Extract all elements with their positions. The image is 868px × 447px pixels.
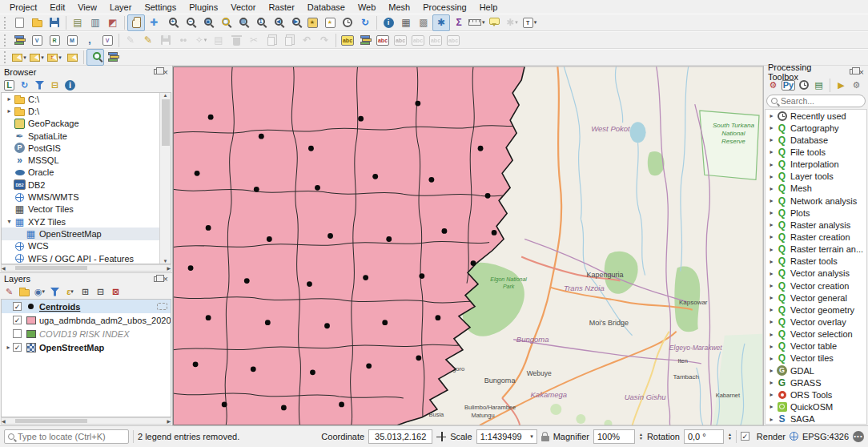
- browser-item-postgis[interactable]: PPostGIS: [2, 142, 171, 154]
- zoom-native-button[interactable]: 1: [251, 14, 268, 31]
- browser-item-wcs[interactable]: WCS: [2, 240, 171, 252]
- add-delimited-text-layer-button[interactable]: ,: [81, 32, 98, 49]
- magnifier-value[interactable]: 100%: [593, 429, 635, 444]
- browser-item-xyz-tiles[interactable]: ▾▦XYZ Tiles: [2, 215, 171, 228]
- scrollbar-thumb[interactable]: [162, 99, 170, 146]
- deselect-features-button[interactable]: ✕▾: [46, 49, 63, 66]
- browser-item-oracle[interactable]: Oracle: [2, 167, 171, 179]
- menu-edit[interactable]: Edit: [43, 2, 71, 13]
- new-project-button[interactable]: [10, 14, 28, 31]
- processing-options-button[interactable]: ⚙: [850, 79, 863, 91]
- processing-group-vector-general[interactable]: ▸QVector general: [766, 292, 866, 304]
- menu-project[interactable]: Project: [3, 2, 43, 13]
- vertex-tool-button[interactable]: ✧▾: [192, 32, 210, 49]
- menu-help[interactable]: Help: [473, 2, 504, 13]
- show-spatial-bookmarks-button[interactable]: ★: [321, 14, 339, 31]
- refresh-map-button[interactable]: ↻: [356, 14, 374, 31]
- browser-item-c-[interactable]: ▸C:\: [2, 93, 171, 105]
- magnifier-spinner[interactable]: ▲▼: [639, 433, 643, 441]
- processing-group-gdal[interactable]: ▸GGDAL: [766, 364, 866, 377]
- menu-plugins[interactable]: Plugins: [183, 2, 224, 13]
- osm-plugin-button[interactable]: [104, 49, 122, 66]
- collapse-all-button[interactable]: ⊟: [94, 285, 107, 298]
- browser-item-wms-wmts[interactable]: WMS/WMTS: [2, 191, 171, 203]
- processing-group-recently-used[interactable]: ▸Recently used: [766, 110, 866, 122]
- select-features-by-value-button[interactable]: ▾: [28, 49, 46, 66]
- annotations-dropdown-icon[interactable]: ▾: [515, 19, 518, 26]
- processing-group-vector-selection[interactable]: ▸QVector selection: [766, 328, 866, 340]
- scale-dropdown-icon[interactable]: ▾: [530, 433, 533, 440]
- processing-group-ors-tools[interactable]: ▸ORS Tools: [766, 389, 866, 401]
- pan-to-selection-button[interactable]: ✚: [145, 14, 163, 31]
- quickosm-search-button[interactable]: [86, 49, 104, 66]
- layer-item-openstreetmap[interactable]: ▸✓OpenStreetMap: [2, 340, 171, 354]
- expand-all-button[interactable]: ⊞: [78, 285, 92, 298]
- layer-visibility-checkbox[interactable]: ✓: [13, 343, 22, 352]
- open-layer-styling-button[interactable]: ✎: [2, 285, 16, 298]
- delete-selected-button[interactable]: [227, 32, 245, 49]
- save-project-button[interactable]: [46, 14, 63, 31]
- browser-item-wfs-ogc-api-features[interactable]: WFS / OGC API - Features: [2, 252, 171, 264]
- menu-web[interactable]: Web: [352, 2, 382, 13]
- processing-group-vector-geometry[interactable]: ▸QVector geometry: [766, 304, 866, 316]
- coordinate-value[interactable]: 35.013,2.162: [368, 429, 432, 444]
- pin-labels-button[interactable]: abc: [374, 32, 392, 49]
- measure-dropdown-icon[interactable]: ▾: [482, 19, 485, 26]
- zoom-in-button[interactable]: +: [163, 14, 180, 31]
- filter-by-expression-button[interactable]: ε▾: [63, 285, 77, 298]
- menu-layer[interactable]: Layer: [103, 2, 139, 13]
- paste-features-button[interactable]: [280, 32, 298, 49]
- processing-group-vector-overlay[interactable]: ▸QVector overlay: [766, 316, 866, 328]
- processing-search[interactable]: [766, 95, 866, 107]
- processing-group-mesh[interactable]: ▸QMesh: [766, 183, 866, 195]
- current-edits-button[interactable]: ✎: [122, 32, 139, 49]
- processing-float-icon[interactable]: [850, 69, 856, 74]
- browser-item-db2[interactable]: DB2DB2: [2, 179, 171, 191]
- processing-group-file-tools[interactable]: ▸QFile tools: [766, 146, 866, 158]
- processing-toolbox-toggle-button[interactable]: ✱: [432, 14, 450, 31]
- show-layout-manager-button[interactable]: ▥: [86, 14, 104, 31]
- open-project-button[interactable]: [28, 14, 46, 31]
- browser-vertical-scrollbar[interactable]: ▲ ▼: [159, 93, 171, 264]
- layer-visibility-checkbox[interactable]: ✓: [13, 316, 22, 324]
- remove-layer-button[interactable]: ⊠: [109, 285, 123, 298]
- map-canvas[interactable]: West PokotSouth TurkanaNationalReserveKa…: [173, 66, 763, 425]
- pan-map-button[interactable]: [127, 14, 145, 31]
- change-label-button[interactable]: abc: [444, 32, 462, 49]
- vertex-tool-dropdown-icon[interactable]: ▾: [204, 37, 207, 43]
- processing-group-database[interactable]: ▸QDatabase: [766, 134, 866, 146]
- locator-input[interactable]: [18, 432, 125, 441]
- browser-item-openstreetmap[interactable]: ▦OpenStreetMap: [2, 228, 171, 240]
- processing-group-grass[interactable]: ▸GGRASS: [766, 377, 866, 389]
- filter-legend-button[interactable]: [48, 285, 62, 298]
- layer-item-covid19-risk-index[interactable]: COVID19 RISK INDEX: [2, 327, 171, 340]
- add-virtual-layer-button[interactable]: V: [98, 32, 116, 49]
- rotate-label-button[interactable]: abc: [427, 32, 444, 49]
- add-record-button[interactable]: ••: [175, 32, 192, 49]
- redo-button[interactable]: ↷: [315, 32, 333, 49]
- processing-group-vector-creation[interactable]: ▸QVector creation: [766, 280, 866, 292]
- zoom-full-button[interactable]: ▣: [198, 14, 215, 31]
- browser-properties-button[interactable]: i: [63, 79, 77, 91]
- open-attribute-table-button[interactable]: ▦: [397, 14, 415, 31]
- data-source-manager-button[interactable]: [10, 32, 28, 49]
- add-mesh-layer-button[interactable]: M: [63, 32, 81, 49]
- save-layer-edits-button[interactable]: [157, 32, 175, 49]
- browser-item-mssql[interactable]: »MSSQL: [2, 154, 171, 166]
- processing-group-raster-terrain-an-[interactable]: ▸QRaster terrain an...: [766, 244, 866, 256]
- rotation-spinner[interactable]: ▲▼: [728, 433, 732, 441]
- menu-view[interactable]: View: [71, 2, 103, 13]
- map-tips-button[interactable]: [486, 14, 504, 31]
- layers-float-icon[interactable]: [154, 276, 160, 282]
- processing-results-viewer-button[interactable]: ▤: [812, 79, 826, 91]
- layers-horizontal-scrollbar[interactable]: ◀▶: [1, 417, 171, 425]
- layer-filter-indicator-icon[interactable]: [157, 303, 167, 310]
- browser-item-spatialite[interactable]: ✒SpatiaLite: [2, 130, 171, 142]
- identify-features-button[interactable]: i: [380, 14, 397, 31]
- locator-box[interactable]: [4, 429, 129, 444]
- highlight-pinned-labels-button[interactable]: abc: [392, 32, 409, 49]
- browser-item-vector-tiles[interactable]: ▦Vector Tiles: [2, 203, 171, 215]
- modify-attributes-button[interactable]: ▤: [210, 32, 227, 49]
- new-spatial-bookmark-button[interactable]: ★: [303, 14, 321, 31]
- cut-features-button[interactable]: ✂: [245, 32, 263, 49]
